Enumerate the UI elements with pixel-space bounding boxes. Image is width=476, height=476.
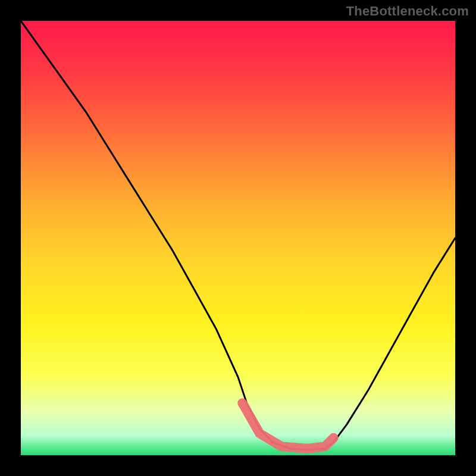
plot-area (21, 21, 455, 455)
curve-layer (21, 21, 455, 455)
bottleneck-curve (21, 21, 455, 450)
watermark-text: TheBottleneck.com (346, 4, 469, 19)
chart-frame: TheBottleneck.com (0, 0, 476, 476)
highlight-band (242, 403, 333, 449)
